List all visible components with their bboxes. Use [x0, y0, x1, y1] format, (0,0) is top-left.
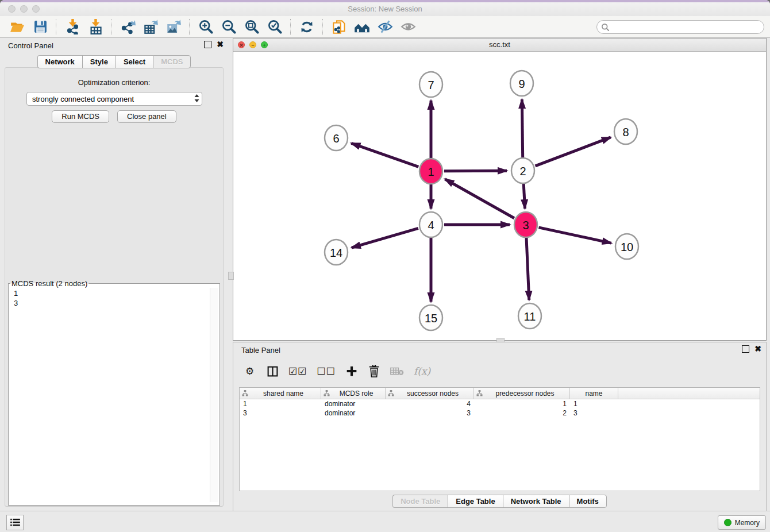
graph-edge-3-1[interactable] — [445, 179, 514, 218]
zoom-fit-button[interactable] — [240, 17, 263, 37]
graph-node-11[interactable]: 11 — [518, 303, 541, 329]
table-cell[interactable]: 3 — [240, 408, 321, 418]
result-scrollbar[interactable] — [210, 288, 218, 502]
close-table-panel-icon[interactable]: ✖ — [754, 345, 761, 353]
tab-network-table[interactable]: Network Table — [503, 495, 569, 508]
minimize-network-icon[interactable]: − — [249, 41, 256, 48]
home-icon — [354, 19, 370, 35]
graph-edge-3-11[interactable] — [526, 238, 529, 300]
table-cell[interactable]: 3 — [570, 408, 618, 418]
graph-node-3[interactable]: 3 — [514, 212, 537, 237]
add-column-button[interactable] — [345, 364, 358, 378]
graph-edge-1-2[interactable] — [444, 171, 507, 171]
tab-mcds[interactable]: MCDS — [153, 55, 191, 68]
graph-node-9[interactable]: 9 — [510, 71, 533, 96]
maximize-window-icon[interactable] — [32, 5, 40, 13]
export-network-button[interactable] — [116, 17, 139, 37]
status-bar: Memory — [0, 511, 770, 532]
graph-node-4[interactable]: 4 — [419, 212, 442, 237]
column-header-predecessor-nodes[interactable]: predecessor nodes — [474, 388, 570, 399]
optimization-criterion-select[interactable]: strongly connected component — [26, 92, 202, 106]
graph-edge-1-6[interactable] — [351, 143, 418, 167]
graph-edge-2-9[interactable] — [522, 99, 522, 157]
table-row[interactable]: 1dominator411 — [240, 399, 760, 408]
table-cell[interactable]: 1 — [570, 399, 618, 408]
export-image-button[interactable] — [162, 17, 185, 37]
graph-node-15[interactable]: 15 — [419, 305, 442, 330]
zoom-out-button[interactable] — [217, 17, 240, 37]
function-builder-button[interactable]: f(x) — [414, 364, 430, 378]
delete-table-button[interactable] — [390, 364, 404, 378]
duplicate-network-button[interactable] — [328, 17, 351, 37]
close-panel-icon[interactable]: ✖ — [217, 40, 224, 48]
tab-edge-table[interactable]: Edge Table — [448, 495, 502, 508]
close-network-icon[interactable]: ✕ — [238, 41, 245, 48]
tab-motifs[interactable]: Motifs — [569, 495, 607, 508]
table-cell[interactable]: 4 — [386, 399, 474, 408]
export-table-button[interactable] — [139, 17, 162, 37]
first-neighbors-button[interactable] — [351, 17, 374, 37]
split-divider-grip[interactable] — [228, 272, 234, 280]
search-input[interactable] — [612, 21, 760, 34]
network-window-titlebar[interactable]: ✕ − + scc.txt — [233, 38, 766, 52]
minimize-window-icon[interactable] — [20, 5, 28, 13]
hide-selected-button[interactable] — [374, 17, 396, 37]
graph-node-7[interactable]: 7 — [419, 72, 442, 97]
select-all-columns-button[interactable]: ☑☑ — [288, 364, 307, 378]
table-cell[interactable]: 1 — [240, 399, 321, 408]
search-field[interactable] — [596, 20, 764, 34]
network-canvas[interactable]: 7968124314101511 — [233, 51, 766, 340]
float-panel-icon[interactable] — [204, 41, 211, 48]
table-cell[interactable]: 2 — [474, 408, 570, 418]
run-mcds-button[interactable]: Run MCDS — [52, 110, 109, 123]
mcds-result-area[interactable]: 1 3 — [10, 288, 218, 502]
tab-select[interactable]: Select — [116, 55, 153, 68]
table-settings-button[interactable]: ⚙ — [244, 364, 256, 378]
delete-column-button[interactable] — [368, 364, 380, 378]
column-header-MCDS-role[interactable]: MCDS role — [321, 388, 386, 399]
import-network-button[interactable] — [61, 17, 84, 37]
close-window-icon[interactable] — [8, 5, 16, 13]
unselect-all-columns-button[interactable]: ☐☐ — [317, 364, 335, 378]
column-header-shared-name[interactable]: shared name — [240, 388, 321, 399]
select-stepper-icon — [191, 94, 202, 104]
table-cell[interactable]: dominator — [321, 408, 386, 418]
graph-edge-2-3[interactable] — [523, 184, 525, 209]
memory-button[interactable]: Memory — [718, 515, 766, 530]
graph-node-1[interactable]: 1 — [419, 159, 442, 184]
import-table-button[interactable] — [84, 17, 107, 37]
toolbar-separator — [322, 19, 324, 35]
graph-node-2[interactable]: 2 — [511, 158, 534, 183]
zoom-selected-button[interactable] — [263, 17, 286, 37]
table-cell[interactable]: 3 — [386, 408, 474, 418]
graph-node-14[interactable]: 14 — [325, 240, 348, 265]
toolbar-separator — [290, 19, 291, 35]
open-file-button[interactable] — [6, 17, 29, 37]
graph-edge-3-10[interactable] — [538, 228, 611, 243]
tab-style[interactable]: Style — [82, 55, 116, 68]
titlebar[interactable]: Session: New Session — [0, 2, 770, 16]
show-all-button[interactable] — [396, 17, 419, 37]
toolbar-separator — [111, 19, 112, 35]
zoom-in-button[interactable] — [194, 17, 217, 37]
apply-layout-button[interactable] — [295, 17, 318, 37]
control-panel-tabs: NetworkStyleSelectMCDS — [0, 55, 228, 68]
tab-network[interactable]: Network — [37, 55, 82, 68]
graph-node-6[interactable]: 6 — [325, 125, 348, 151]
task-history-button[interactable] — [6, 515, 24, 530]
table-cell[interactable]: 1 — [474, 399, 570, 408]
maximize-network-icon[interactable]: + — [261, 41, 268, 48]
save-session-button[interactable] — [29, 17, 52, 37]
float-table-panel-icon[interactable] — [742, 345, 749, 353]
table-row[interactable]: 3dominator323 — [240, 408, 760, 418]
graph-node-10[interactable]: 10 — [615, 234, 638, 259]
graph-node-8[interactable]: 8 — [614, 119, 637, 144]
column-header-name[interactable]: name — [570, 388, 618, 399]
column-header-successor-nodes[interactable]: successor nodes — [386, 388, 474, 399]
close-panel-button[interactable]: Close panel — [117, 110, 176, 123]
table-cell[interactable]: dominator — [321, 399, 386, 408]
show-columns-button[interactable] — [266, 364, 279, 378]
graph-edge-2-8[interactable] — [536, 137, 611, 166]
graph-edge-4-14[interactable] — [352, 228, 418, 248]
tab-node-table[interactable]: Node Table — [392, 495, 448, 508]
